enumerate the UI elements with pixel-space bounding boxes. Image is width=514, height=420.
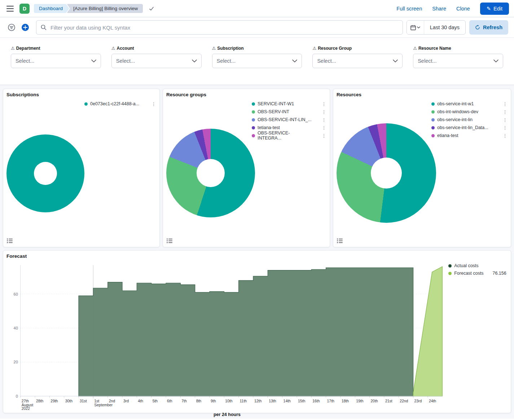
filter-label-text: Subscription	[217, 46, 243, 51]
svg-text:1st: 1st	[94, 399, 99, 403]
legend-color-dot	[252, 110, 255, 114]
filter-label-text: Resource Name	[418, 46, 451, 51]
legend: SERVICE-INT-W1 ⋮ OBS-SERV-INT ⋮ OBS-SERV…	[252, 100, 327, 140]
legend-kebab-menu-icon[interactable]: ⋮	[502, 102, 508, 106]
legend-item: OBS-SERVICE-INTEGRA... ⋮	[252, 132, 327, 140]
svg-text:20th: 20th	[371, 399, 378, 403]
panel-title: Subscriptions	[6, 92, 39, 97]
legend-color-dot	[431, 118, 435, 121]
legend-label[interactable]: tetiana-test	[258, 125, 285, 130]
legend-label[interactable]: Actual costs	[454, 263, 483, 268]
hamburger-icon	[6, 6, 14, 12]
legend-item: OBS-SERV-INT ⋮	[252, 108, 327, 116]
panel-subscriptions: Subscriptions 0e073ec1-c22f-4488-a... ⋮	[3, 89, 160, 247]
svg-text:12th: 12th	[254, 399, 262, 403]
chevron-down-icon	[292, 59, 297, 62]
calendar-icon	[410, 25, 416, 30]
clone-button[interactable]: Clone	[456, 6, 470, 12]
forecast-area-chart[interactable]: 020406027thAugust202228th29th30th31st1st…	[6, 262, 445, 411]
refresh-button[interactable]: Refresh	[469, 20, 508, 35]
legend-item: obs-service-int-lin_Data... ⋮	[431, 124, 508, 132]
legend-label[interactable]: obs-service-int-lin_Data...	[437, 125, 493, 130]
menu-hamburger-icon[interactable]	[5, 4, 15, 14]
filter-label: ⚠ Resource Group	[312, 46, 403, 51]
resources-donut-chart[interactable]	[337, 123, 436, 223]
legend-toggle-button[interactable]	[166, 238, 173, 244]
list-icon	[167, 238, 172, 243]
add-filter-button[interactable]	[19, 22, 31, 33]
donut-hole	[197, 159, 225, 187]
subscription-select[interactable]: Select...	[212, 54, 302, 68]
date-picker: Last 30 days	[407, 20, 466, 35]
breadcrumb-current-page[interactable]: [Azure Billing] Billing overview	[67, 4, 143, 13]
check-icon[interactable]	[149, 6, 154, 12]
legend-toggle-button[interactable]	[6, 238, 13, 244]
legend-label[interactable]: Forecast costs	[454, 271, 488, 276]
chevron-down-icon	[493, 59, 498, 62]
legend-item: SERVICE-INT-W1 ⋮	[252, 100, 327, 108]
subscriptions-donut-chart[interactable]	[6, 134, 84, 212]
legend-kebab-menu-icon[interactable]: ⋮	[321, 125, 327, 130]
chevron-down-icon	[417, 26, 420, 28]
legend-label[interactable]: 0e073ec1-c22f-4488-a...	[90, 101, 144, 106]
department-select[interactable]: Select...	[11, 54, 101, 68]
legend-kebab-menu-icon[interactable]: ⋮	[321, 133, 327, 138]
date-range-label[interactable]: Last 30 days	[424, 21, 465, 34]
svg-text:20: 20	[14, 360, 18, 364]
select-placeholder: Select...	[317, 58, 336, 64]
top-navigation-bar: D Dashboard [Azure Billing] Billing over…	[0, 0, 514, 17]
legend-kebab-menu-icon[interactable]: ⋮	[502, 133, 508, 138]
resource-name-select[interactable]: Select...	[413, 54, 503, 68]
legend-kebab-menu-icon[interactable]: ⋮	[151, 102, 157, 106]
legend-kebab-menu-icon[interactable]: ⋮	[502, 118, 508, 122]
share-button[interactable]: Share	[432, 6, 446, 12]
resource-groups-donut-chart[interactable]	[166, 129, 255, 217]
resource-group-select[interactable]: Select...	[312, 54, 403, 68]
panel-title: Resource groups	[166, 92, 206, 97]
kql-search-input[interactable]	[50, 24, 398, 31]
edit-button[interactable]: ✎ Edit	[480, 3, 509, 15]
legend-color-dot	[448, 272, 452, 275]
legend-toggle-button[interactable]	[336, 238, 343, 244]
filter-label-text: Account	[117, 46, 134, 51]
legend-label[interactable]: etiana-test	[437, 133, 463, 138]
date-picker-calendar-button[interactable]	[407, 21, 424, 34]
donut-hole	[34, 162, 57, 185]
legend-label[interactable]: obs-service-int-w1	[437, 101, 479, 106]
saved-queries-button[interactable]	[6, 22, 17, 33]
legend-item: 0e073ec1-c22f-4488-a... ⋮	[84, 100, 157, 108]
svg-text:29th: 29th	[50, 399, 58, 403]
legend-kebab-menu-icon[interactable]: ⋮	[321, 102, 327, 106]
filter-label: ⚠ Department	[11, 46, 101, 51]
space-avatar[interactable]: D	[19, 4, 30, 14]
legend-item: Actual costs	[448, 263, 508, 268]
legend-color-dot	[252, 102, 255, 106]
legend-kebab-menu-icon[interactable]: ⋮	[502, 110, 508, 114]
svg-text:40: 40	[14, 326, 18, 330]
svg-text:22nd: 22nd	[400, 399, 408, 403]
svg-text:2nd: 2nd	[109, 399, 115, 403]
legend-kebab-menu-icon[interactable]: ⋮	[502, 125, 508, 130]
account-select[interactable]: Select...	[111, 54, 202, 68]
warning-icon: ⚠	[312, 46, 316, 51]
full-screen-button[interactable]: Full screen	[396, 6, 422, 12]
breadcrumb-dashboard[interactable]: Dashboard	[34, 4, 69, 13]
legend-color-dot	[431, 134, 435, 137]
legend-label[interactable]: obs-service-int-lin	[437, 117, 478, 122]
legend-kebab-menu-icon[interactable]: ⋮	[321, 110, 327, 114]
filter-label: ⚠ Account	[111, 46, 202, 51]
filter-label: ⚠ Resource Name	[413, 46, 503, 51]
donut-panels-row: Subscriptions 0e073ec1-c22f-4488-a... ⋮ …	[0, 85, 514, 247]
svg-text:13th: 13th	[269, 399, 276, 403]
forecast-legend: Actual costs Forecast costs 76.156	[445, 262, 508, 411]
svg-text:19th: 19th	[356, 399, 363, 403]
legend-label[interactable]: OBS-SERVICE-INT-LIN_...	[258, 117, 317, 122]
header-actions: Full screen Share Clone ✎ Edit	[396, 3, 509, 15]
svg-text:0: 0	[16, 394, 18, 398]
legend-label[interactable]: SERVICE-INT-W1	[258, 101, 299, 106]
legend-label[interactable]: obs-int-windows-dev	[437, 109, 483, 114]
legend-label[interactable]: OBS-SERVICE-INTEGRA...	[258, 131, 318, 141]
breadcrumb: Dashboard [Azure Billing] Billing overvi…	[34, 4, 143, 13]
legend-kebab-menu-icon[interactable]: ⋮	[321, 118, 327, 122]
legend-label[interactable]: OBS-SERV-INT	[258, 109, 294, 114]
